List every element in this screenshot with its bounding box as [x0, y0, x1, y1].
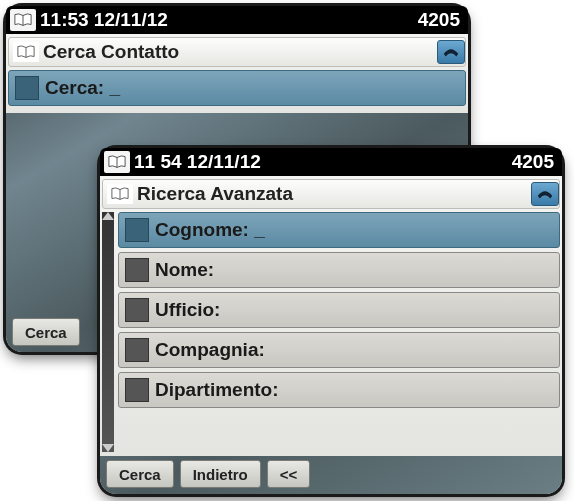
toolbar: Cerca Indietro << — [100, 454, 562, 494]
nome-field[interactable]: Nome: — [118, 252, 560, 288]
phone-screen-advanced-search: 11 54 12/11/12 4205 Ricerca Avanzata — [100, 148, 562, 494]
ufficio-field[interactable]: Ufficio: — [118, 292, 560, 328]
cognome-field[interactable]: Cognome: _ — [118, 212, 560, 248]
page-title: Ricerca Avanzata — [137, 183, 531, 205]
page-title-row: Ricerca Avanzata — [102, 179, 560, 209]
field-icon — [125, 218, 149, 242]
field-label: Nome: — [155, 259, 214, 281]
field-label: Compagnia: — [155, 339, 265, 361]
page-title-row: Cerca Contatto — [8, 37, 466, 67]
status-bar: 11 54 12/11/12 4205 — [100, 148, 562, 176]
search-button[interactable]: Cerca — [12, 318, 80, 346]
prev-button[interactable]: << — [267, 460, 311, 488]
book-icon — [104, 151, 130, 173]
dipartimento-field[interactable]: Dipartimento: — [118, 372, 560, 408]
status-bar: 11:53 12/11/12 4205 — [6, 6, 468, 34]
phone-icon[interactable] — [531, 182, 559, 206]
phone-icon[interactable] — [437, 40, 465, 64]
status-extension: 4205 — [418, 9, 460, 31]
scroll-down-icon[interactable] — [102, 444, 114, 452]
search-label: Cerca: _ — [45, 77, 120, 99]
page-title: Cerca Contatto — [43, 41, 437, 63]
book-icon — [10, 9, 36, 31]
field-icon — [125, 258, 149, 282]
field-list: Cognome: _ Nome: Ufficio: Compagnia: — [100, 212, 562, 452]
status-extension: 4205 — [512, 151, 554, 173]
back-button[interactable]: Indietro — [180, 460, 261, 488]
search-field[interactable]: Cerca: _ — [8, 70, 466, 106]
scrollbar[interactable] — [102, 212, 114, 452]
status-time: 11:53 12/11/12 — [40, 9, 168, 31]
compagnia-field[interactable]: Compagnia: — [118, 332, 560, 368]
status-time: 11 54 12/11/12 — [134, 151, 261, 173]
field-label: Ufficio: — [155, 299, 220, 321]
field-icon — [125, 298, 149, 322]
scroll-up-icon[interactable] — [102, 212, 114, 220]
field-icon — [125, 338, 149, 362]
field-label: Cognome: _ — [155, 219, 265, 241]
field-label: Dipartimento: — [155, 379, 279, 401]
field-icon — [125, 378, 149, 402]
screen: 11 54 12/11/12 4205 Ricerca Avanzata — [100, 148, 562, 494]
search-button[interactable]: Cerca — [106, 460, 174, 488]
book-icon — [13, 42, 39, 62]
toolbar: Cerca — [6, 312, 86, 352]
field-icon — [15, 76, 39, 100]
book-icon — [107, 184, 133, 204]
